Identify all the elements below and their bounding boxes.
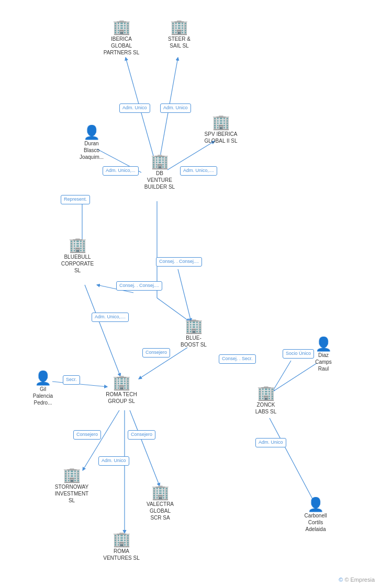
building-icon-steer: 🏢 (170, 20, 188, 34)
node-db-venture: 🏢 DB VENTURE BUILDER SL (141, 154, 178, 190)
building-icon-iberica: 🏢 (113, 20, 131, 34)
building-icon-roma-ventures: 🏢 (113, 532, 131, 547)
badge-adm-unico-2: Adm. Unico (160, 103, 191, 113)
person-icon-duran: 👤 (83, 125, 100, 139)
badge-consejero-bb: Consejero (142, 348, 170, 358)
label-roma-ventures: ROMA VENTURES SL (103, 548, 139, 561)
building-icon-db: 🏢 (151, 154, 169, 169)
label-valectra: VALECTRA GLOBAL SCR SA (147, 501, 174, 521)
node-carbonell: 👤 Carbonell Cortils Adelaida (296, 498, 335, 533)
node-roma-tech: 🏢 ROMA TECH GROUP SL (103, 375, 140, 405)
label-bluebull: BLUEBULL CORPORATE SL (61, 253, 94, 274)
building-icon-stornoway: 🏢 (63, 468, 81, 482)
building-icon-valectra: 🏢 (151, 485, 170, 500)
badge-adm-unico-bl: Adm. Unico,.... (92, 313, 129, 322)
badge-consej-2: Consej. . Consej.... (116, 281, 162, 291)
label-duran-blasco: Duran Blasco Joaquim... (80, 140, 104, 160)
diagram-container: 🏢 IBERICA GLOBAL PARTNERS SL 🏢 STEER & S… (0, 0, 381, 588)
building-icon-bluebull: 🏢 (69, 238, 87, 252)
badge-consej-secr: Consej. . Secr. (219, 354, 256, 364)
label-gil-palencia: Gil Palencia Pedro... (33, 386, 53, 406)
badge-socio-unico: Socio Único (283, 349, 314, 359)
node-iberica-global: 🏢 IBERICA GLOBAL PARTNERS SL (103, 20, 140, 56)
node-valectra: 🏢 VALECTRA GLOBAL SCR SA (142, 485, 178, 521)
node-steer-sail: 🏢 STEER & SAIL SL (162, 20, 196, 49)
building-icon-blueboost: 🏢 (185, 319, 203, 333)
building-icon-spv: 🏢 (212, 115, 230, 130)
label-steer-sail: STEER & SAIL SL (168, 36, 190, 49)
node-blue-boost: 🏢 BLUE- BOOST SL (175, 319, 212, 348)
node-zonck-labs: 🏢 ZONCK LABS SL (248, 386, 284, 415)
badge-consejero-stor: Consejero (73, 430, 101, 440)
watermark-c: © (339, 577, 343, 583)
badge-adm-unico-rv: Adm. Unico (98, 456, 129, 466)
svg-line-14 (270, 418, 314, 502)
label-blue-boost: BLUE- BOOST SL (181, 335, 207, 348)
node-stornoway: 🏢 STORNOWAY INVESTMENT SL (51, 468, 92, 504)
badge-consejero-val: Consejero (128, 430, 155, 440)
person-icon-gil: 👤 (35, 371, 51, 385)
svg-line-9 (178, 269, 191, 321)
svg-line-7 (85, 285, 120, 376)
badge-adm-unico-db2: Adm. Unico,.... (180, 166, 217, 176)
label-carbonell: Carbonell Cortils Adelaida (305, 512, 327, 533)
watermark-text: © Empresia (344, 577, 375, 583)
building-icon-roma-tech: 🏢 (113, 375, 131, 390)
building-icon-zonck: 🏢 (257, 386, 275, 400)
watermark: © © Empresia (339, 577, 375, 583)
badge-adm-unico-zonck: Adm. Unico (255, 438, 286, 447)
node-bluebull: 🏢 BLUEBULL CORPORATE SL (59, 238, 96, 274)
label-roma-tech: ROMA TECH GROUP SL (106, 391, 137, 405)
node-duran-blasco: 👤 Duran Blasco Joaquim... (73, 125, 110, 160)
node-roma-ventures: 🏢 ROMA VENTURES SL (103, 532, 140, 561)
badge-secr: Secr. (63, 375, 80, 385)
label-iberica-global: IBERICA GLOBAL PARTNERS SL (104, 36, 140, 56)
badge-consej-1: Consej. . Consej.... (156, 257, 202, 267)
person-icon-carbonell: 👤 (307, 498, 324, 511)
badge-represent: Represent. (61, 195, 90, 204)
person-icon-diaz: 👤 (315, 337, 332, 351)
label-stornoway: STORNOWAY INVESTMENT SL (55, 483, 88, 504)
svg-line-16 (130, 410, 160, 486)
badge-adm-unico-db1: Adm. Unico,... (103, 166, 139, 176)
node-spv-iberica: 🏢 SPV IBERICA GLOBAL II SL (200, 115, 242, 144)
label-zonck-labs: ZONCK LABS SL (255, 401, 277, 415)
label-db-venture: DB VENTURE BUILDER SL (144, 170, 175, 190)
node-gil-palencia: 👤 Gil Palencia Pedro... (25, 371, 61, 406)
label-spv-iberica: SPV IBERICA GLOBAL II SL (205, 131, 238, 144)
label-diaz-camps: Diaz Camps Raul (315, 352, 332, 372)
badge-adm-unico-1: Adm. Unico (119, 103, 150, 113)
